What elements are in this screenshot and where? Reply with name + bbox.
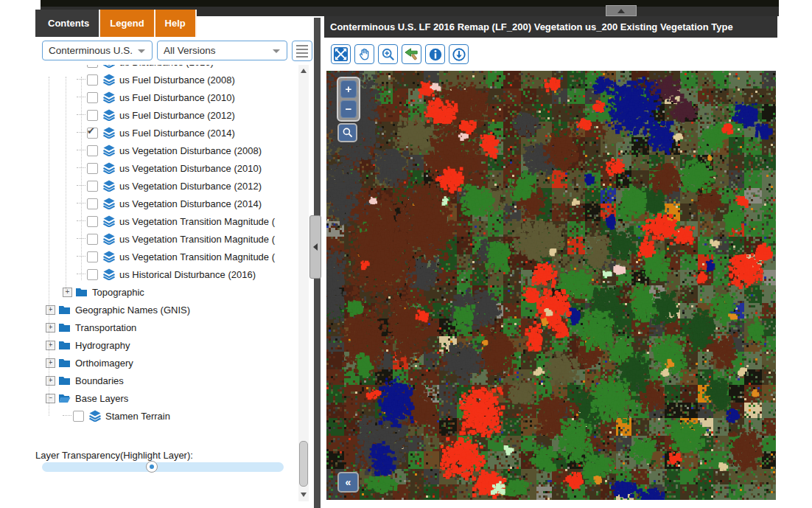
zoom-box-button[interactable] xyxy=(337,123,357,142)
tree-layer-us-historical-disturbance-2016[interactable]: us Historical Disturbance (2016) xyxy=(35,265,298,283)
layer-checkbox[interactable] xyxy=(87,163,98,174)
layer-checkbox[interactable] xyxy=(87,181,98,192)
sidebar-collapse-handle[interactable] xyxy=(309,215,321,279)
layer-checkbox[interactable] xyxy=(87,251,98,262)
layer-checkbox[interactable] xyxy=(87,92,98,103)
sidebar-scrollbar-track[interactable] xyxy=(298,65,309,501)
tree-layer-us-fuel-disturbance-2012[interactable]: us Fuel Disturbance (2012) xyxy=(35,106,298,124)
folder-icon xyxy=(58,375,71,386)
layers-icon xyxy=(102,127,116,139)
tree-layer-us-fuel-disturbance-2010[interactable]: us Fuel Disturbance (2010) xyxy=(35,88,298,106)
sidebar-tabbar: Contents Legend Help xyxy=(35,10,191,37)
download-button[interactable] xyxy=(449,44,469,64)
folder-icon xyxy=(58,340,71,350)
tab-contents[interactable]: Contents xyxy=(38,10,100,37)
tree-folder-base-layers[interactable]: −Base Layers xyxy=(35,389,298,407)
tree-folder-transportation[interactable]: +Transportation xyxy=(35,319,298,336)
layers-icon xyxy=(88,410,102,422)
tree-item-label: us Historical Disturbance (2016) xyxy=(119,269,256,280)
tree-layer-stamen-terrain[interactable]: Stamen Terrain xyxy=(35,407,298,425)
layer-checkbox[interactable] xyxy=(87,74,98,86)
tree-layer-us-vegetation-disturbance-2008[interactable]: us Vegetation Disturbance (2008) xyxy=(35,142,298,159)
layer-checkbox[interactable] xyxy=(73,411,84,422)
zoom-out-button[interactable]: − xyxy=(340,100,357,118)
tree-layer-us-vegetation-transition-magnitude[interactable]: us Vegetation Transition Magnitude ( xyxy=(35,248,298,265)
layer-checkbox[interactable] xyxy=(87,65,98,68)
layer-checkbox[interactable] xyxy=(87,216,98,227)
tab-help[interactable]: Help xyxy=(155,10,197,37)
tree-folder-orthoimagery[interactable]: +Orthoimagery xyxy=(35,354,298,372)
previous-extent-button[interactable] xyxy=(402,44,421,64)
zoom-in-tool-button[interactable] xyxy=(378,44,398,64)
tree-connector xyxy=(49,77,50,416)
full-extent-icon xyxy=(333,46,349,62)
full-extent-button[interactable] xyxy=(331,44,351,64)
layer-checkbox[interactable] xyxy=(87,198,98,209)
layers-icon xyxy=(102,198,116,209)
layer-checkbox[interactable] xyxy=(87,234,98,245)
expand-icon[interactable]: + xyxy=(63,288,72,297)
tree-item-label: us Disturbance (2016) xyxy=(119,65,214,68)
tree-layer-us-disturbance-2016[interactable]: us Disturbance (2016) xyxy=(35,65,298,71)
tree-item-label: us Vegetation Transition Magnitude ( xyxy=(119,234,275,245)
tree-layer-us-vegetation-disturbance-2010[interactable]: us Vegetation Disturbance (2010) xyxy=(35,159,298,177)
zoom-in-button[interactable]: + xyxy=(340,80,357,98)
banner-collapse-handle[interactable] xyxy=(606,5,637,16)
tree-item-label: us Vegetation Transition Magnitude ( xyxy=(119,216,275,227)
tree-layer-us-fuel-disturbance-2014[interactable]: ✔us Fuel Disturbance (2014) xyxy=(35,124,298,142)
layer-checkbox[interactable] xyxy=(87,269,98,280)
layer-checkbox[interactable] xyxy=(87,145,98,156)
identify-button[interactable] xyxy=(425,44,445,64)
layer-tree: us Disturbance (2016)us Fuel Disturbance… xyxy=(35,65,298,442)
folder-open-icon xyxy=(58,393,71,403)
left-arrow-icon xyxy=(313,243,318,251)
tree-layer-us-fuel-disturbance-2008[interactable]: us Fuel Disturbance (2008) xyxy=(35,71,298,88)
list-menu-button[interactable] xyxy=(292,41,312,61)
expand-icon[interactable]: + xyxy=(46,358,55,368)
pan-button[interactable] xyxy=(354,44,374,64)
transparency-slider-track[interactable] xyxy=(42,462,284,472)
folder-icon xyxy=(75,287,88,297)
folder-icon xyxy=(58,305,71,315)
expand-icon[interactable]: + xyxy=(46,376,55,386)
scroll-up-icon[interactable] xyxy=(301,69,307,73)
layer-checkbox[interactable]: ✔ xyxy=(87,128,98,139)
tree-folder-topographic[interactable]: +Topographic xyxy=(35,283,298,301)
collapse-icon[interactable]: − xyxy=(46,394,55,403)
layers-icon xyxy=(102,251,116,262)
transparency-slider-handle[interactable] xyxy=(146,461,158,473)
expand-icon[interactable]: + xyxy=(46,323,55,333)
tree-item-label: us Vegetation Disturbance (2012) xyxy=(119,181,262,192)
tree-connector xyxy=(66,77,67,290)
region-select[interactable]: Conterminous U.S. xyxy=(42,41,153,60)
tree-item-label: us Vegetation Disturbance (2014) xyxy=(119,198,262,209)
sidebar-scrollbar-thumb[interactable] xyxy=(299,441,308,487)
expand-icon[interactable]: + xyxy=(46,341,55,350)
chevron-down-icon xyxy=(138,49,145,53)
tree-layer-us-vegetation-disturbance-2012[interactable]: us Vegetation Disturbance (2012) xyxy=(35,177,298,195)
layers-icon xyxy=(102,215,116,227)
green-arrow-icon xyxy=(404,46,419,62)
map-image[interactable] xyxy=(326,71,776,500)
tree-layer-us-vegetation-disturbance-2014[interactable]: us Vegetation Disturbance (2014) xyxy=(35,195,298,212)
tree-item-label: us Vegetation Disturbance (2010) xyxy=(119,163,262,174)
tab-legend[interactable]: Legend xyxy=(100,10,155,37)
collapse-sidebar-button[interactable]: « xyxy=(337,472,359,493)
tree-layer-us-vegetation-transition-magnitude[interactable]: us Vegetation Transition Magnitude ( xyxy=(35,230,298,248)
magnifier-icon xyxy=(342,127,354,139)
layers-icon xyxy=(102,145,116,156)
layers-icon xyxy=(102,65,116,68)
version-select[interactable]: All Versions xyxy=(157,41,287,60)
tree-connector xyxy=(81,77,83,280)
tree-folder-hydrography[interactable]: +Hydrography xyxy=(35,336,298,354)
layer-checkbox[interactable] xyxy=(87,110,98,121)
expand-icon[interactable]: + xyxy=(46,305,55,315)
tree-layer-us-vegetation-transition-magnitude[interactable]: us Vegetation Transition Magnitude ( xyxy=(35,212,298,230)
map-viewport[interactable] xyxy=(326,71,776,500)
layers-icon xyxy=(102,268,116,280)
tree-folder-boundaries[interactable]: +Boundaries xyxy=(35,372,298,389)
tree-item-label: Base Layers xyxy=(75,393,128,404)
tree-folder-geographic-names-gnis[interactable]: +Geographic Names (GNIS) xyxy=(35,301,298,319)
scroll-down-icon[interactable] xyxy=(301,493,307,497)
folder-icon xyxy=(58,322,71,333)
